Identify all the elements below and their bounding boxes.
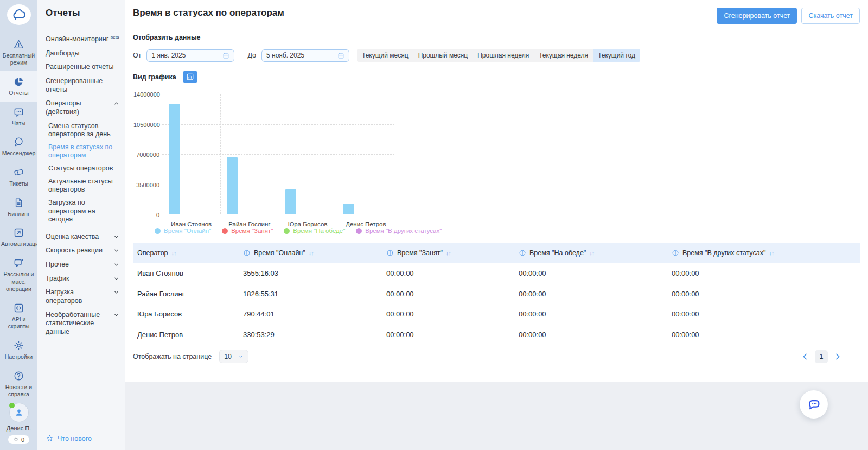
support-chat-button[interactable] [800, 390, 828, 419]
preset-1[interactable]: Прошлый месяц [413, 49, 473, 62]
menu-item-label: Операторы (действия) [46, 99, 111, 116]
column-header-1[interactable]: Время "Онлайн"↓↑ [243, 249, 386, 257]
bar-chart-type-button[interactable] [183, 71, 197, 83]
sidebar-item-0[interactable]: Онлайн-мониторинг beta [46, 35, 119, 44]
sidebar-item-6[interactable]: Время в статусах по операторам [48, 143, 119, 160]
sidebar-item-3[interactable]: Сгенерированные отчеты [46, 77, 119, 94]
table-cell: 00:00:00 [386, 269, 519, 277]
from-label: От [133, 52, 141, 59]
rail-item-9[interactable]: Настройки [0, 335, 37, 365]
sidebar-item-8[interactable]: Актуальные статусы операторов [48, 178, 119, 194]
avatar[interactable] [9, 403, 29, 422]
sort-icon: ↓↑ [309, 250, 314, 256]
sidebar-item-14[interactable]: Нагрузка операторов [46, 288, 119, 305]
table-body: Иван Стоянов3555:16:0300:00:0000:00:0000… [133, 263, 860, 345]
date-to-input[interactable]: 5 нояб. 2025 [261, 49, 349, 62]
automation-icon [13, 227, 24, 238]
legend-dot [155, 228, 161, 234]
column-header-0[interactable]: Оператор↓↑ [137, 249, 243, 257]
sidebar-item-1[interactable]: Дашборды [46, 49, 119, 58]
sidebar-item-5[interactable]: Смена статусов операторов за день [48, 122, 119, 139]
sidebar-item-11[interactable]: Скорость реакции [46, 246, 119, 255]
billing-doc-icon [13, 197, 24, 208]
preset-2[interactable]: Прошлая неделя [473, 49, 534, 62]
chart-bar[interactable] [343, 204, 354, 214]
legend-item-1[interactable]: Время "Занят" [222, 227, 273, 234]
legend-dot [222, 228, 228, 234]
page-number[interactable]: 1 [815, 350, 828, 363]
rail-item-10[interactable]: Новости и справка [0, 365, 37, 403]
table-cell: 00:00:00 [672, 310, 860, 318]
main-content: Время в статусах по операторам Сгенериро… [125, 0, 868, 450]
column-header-2[interactable]: Время "Занят"↓↑ [386, 249, 519, 257]
chevron-right-icon[interactable] [833, 352, 842, 361]
column-header-4[interactable]: Время "В других статусах"↓↑ [672, 249, 860, 257]
preset-3[interactable]: Текущая неделя [534, 49, 593, 62]
per-page-select[interactable]: 10 [219, 350, 248, 363]
rail-item-label: Новости и справка [1, 384, 36, 398]
date-to-value: 5 нояб. 2025 [266, 52, 304, 59]
rail-item-7[interactable]: Рассылки и масс. операции [0, 252, 37, 297]
chart-gridline [395, 94, 395, 214]
whats-new-link[interactable]: Что нового [46, 434, 119, 442]
y-axis-tick: 0 [133, 212, 159, 218]
sidebar-item-10[interactable]: Оценка качества [46, 233, 119, 242]
chevron-left-icon[interactable] [801, 352, 809, 361]
page-title: Время в статусах по операторам [133, 8, 284, 18]
rail-item-1[interactable]: Отчеты [0, 71, 37, 102]
sort-icon: ↓↑ [589, 250, 594, 256]
rating-badge[interactable]: 0 [8, 435, 29, 444]
chart-bar[interactable] [227, 157, 238, 214]
download-report-button[interactable]: Скачать отчет [801, 8, 860, 24]
date-presets: Текущий месяцПрошлый месяцПрошлая неделя… [357, 49, 640, 62]
chart-bar[interactable] [169, 104, 180, 214]
preset-4[interactable]: Текущий год [593, 49, 640, 62]
menu-item-label: Трафик [46, 275, 69, 283]
legend-item-0[interactable]: Время "Онлайн" [155, 227, 211, 234]
sidebar-item-7[interactable]: Статусы операторов [48, 164, 119, 173]
table-row: Иван Стоянов3555:16:0300:00:0000:00:0000… [133, 263, 860, 284]
legend-item-2[interactable]: Время "На обеде" [284, 227, 345, 234]
star-icon [46, 434, 54, 442]
menu-item-label: Расширенные отчеты [46, 63, 113, 72]
icon-rail: Бесплатный режимОтчетыЧатыМессенджерТике… [0, 0, 37, 450]
legend-item-3[interactable]: Время "В других статусах" [356, 227, 442, 234]
rail-item-label: Рассылки и масс. операции [1, 271, 36, 293]
rail-item-5[interactable]: Биллинг [0, 192, 37, 223]
table-cell: 3555:16:03 [243, 269, 386, 277]
sidebar-item-12[interactable]: Прочее [46, 261, 119, 269]
table-cell: 330:53:29 [243, 331, 386, 339]
sidebar-item-15[interactable]: Необработанные статистические данные [46, 311, 119, 337]
menu-item-label: Дашборды [46, 49, 80, 58]
table-row: Денис Петров330:53:2900:00:0000:00:0000:… [133, 325, 860, 345]
info-icon [672, 249, 679, 257]
sidebar-item-2[interactable]: Расширенные отчеты [46, 63, 119, 72]
column-header-3[interactable]: Время "На обеде"↓↑ [519, 249, 672, 257]
sidebar-item-4[interactable]: Операторы (действия) [46, 99, 119, 116]
pie-chart-icon [13, 76, 24, 87]
chevron-down-icon [113, 262, 119, 268]
sidebar-item-9[interactable]: Загрузка по операторам на сегодня [48, 199, 119, 224]
table-cell: 00:00:00 [519, 331, 672, 339]
app-logo[interactable] [7, 4, 31, 25]
rail-item-label: Тикеты [1, 180, 36, 188]
rail-item-6[interactable]: Автоматизация [0, 222, 37, 252]
chevron-down-icon [113, 276, 119, 282]
rail-item-2[interactable]: Чаты [0, 102, 37, 132]
chart-bar[interactable] [285, 189, 296, 214]
warning-triangle-icon [13, 39, 24, 50]
beta-badge: beta [111, 35, 119, 40]
sort-icon: ↓↑ [769, 250, 774, 256]
rail-item-8[interactable]: API и скрипты [0, 297, 37, 335]
chat-icon [13, 106, 24, 118]
rail-item-0[interactable]: Бесплатный режим [0, 34, 37, 71]
rail-item-4[interactable]: Тикеты [0, 162, 37, 192]
date-from-input[interactable]: 1 янв. 2025 [146, 49, 234, 62]
sidebar-item-13[interactable]: Трафик [46, 275, 119, 283]
info-icon [243, 249, 251, 257]
preset-0[interactable]: Текущий месяц [357, 49, 413, 62]
generate-report-button[interactable]: Сгенерировать отчет [717, 8, 797, 24]
rail-item-3[interactable]: Мессенджер [0, 131, 37, 162]
menu-item-label: Скорость реакции [46, 246, 103, 255]
table-row: Юра Борисов790:44:0100:00:0000:00:0000:0… [133, 304, 860, 325]
